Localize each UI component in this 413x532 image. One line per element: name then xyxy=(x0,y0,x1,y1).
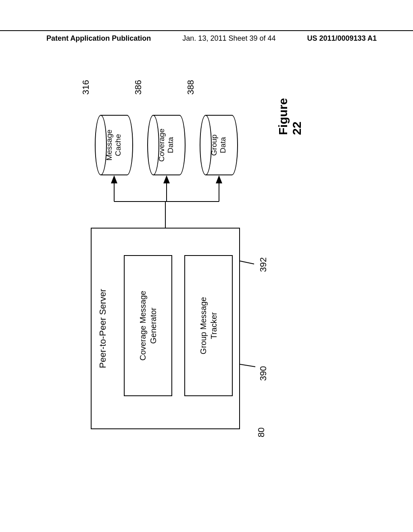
message-cache-label: Message Cache xyxy=(105,129,123,160)
diagram-figure-22: Peer-to-Peer Server Coverage Message Gen… xyxy=(2,119,401,409)
group-data-label: Group Data xyxy=(210,135,228,156)
coverage-message-generator-box: Coverage Message Generator xyxy=(124,255,172,396)
server-title: Peer-to-Peer Server xyxy=(98,289,108,368)
coverage-generator-label: Coverage Message Generator xyxy=(138,291,159,360)
page-header: Patent Application Publication Jan. 13, … xyxy=(0,30,413,43)
ref-388: 388 xyxy=(186,80,196,95)
header-publication: Patent Application Publication xyxy=(46,34,151,43)
group-tracker-label: Group Message Tracker xyxy=(198,297,219,354)
group-message-tracker-box: Group Message Tracker xyxy=(184,255,233,396)
peer-to-peer-server-box: Peer-to-Peer Server Coverage Message Gen… xyxy=(91,228,240,429)
ref-80: 80 xyxy=(256,428,267,437)
ref-386: 386 xyxy=(133,80,144,95)
header-sheet-info: Jan. 13, 2011 Sheet 39 of 44 xyxy=(182,34,275,43)
ref-390: 390 xyxy=(258,366,269,381)
ref-316: 316 xyxy=(81,80,91,95)
header-patent-number: US 2011/0009133 A1 xyxy=(307,34,377,43)
ref-392: 392 xyxy=(258,257,269,272)
message-cache-cylinder: Message Cache xyxy=(95,115,133,175)
coverage-data-label: Coverage Data xyxy=(157,129,176,162)
group-data-cylinder: Group Data xyxy=(200,115,238,175)
coverage-data-cylinder: Coverage Data xyxy=(147,115,186,175)
figure-number-label: Figure 22 xyxy=(276,98,304,135)
